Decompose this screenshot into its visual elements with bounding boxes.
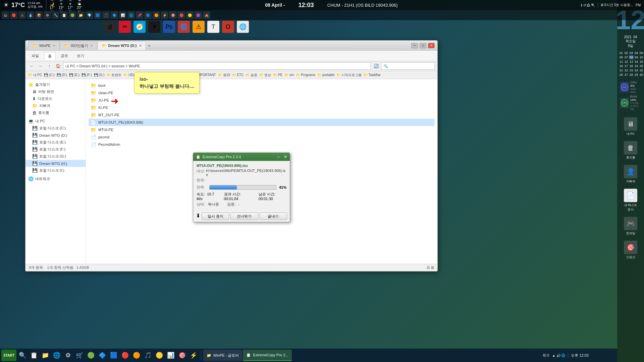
icon-bar-item-11[interactable]: 💎 [86,11,93,19]
bookmark-e[interactable]: 💾 (E:) [69,73,79,77]
up-button[interactable]: ↑ [46,62,53,70]
icon-bar-item-18[interactable]: 🔵 [144,11,152,19]
sidebar-drive-i[interactable]: 💾 로컬 디스크 (I:) [25,167,86,174]
file-ju-pe[interactable]: 📁 JU-PE [89,97,435,104]
search-bar[interactable]: 🔍 [381,62,435,70]
icon-bar-item-15[interactable]: 📊 [119,11,126,19]
taskbar-settings[interactable]: ⚙ [63,350,73,361]
sidebar-drive-d[interactable]: 💾 Dream WTG (D:) [25,132,86,139]
taskbar-icon-7[interactable]: 🟢 [86,350,96,361]
dialog-close[interactable]: ✕ [284,155,287,159]
taskbar-icon-14[interactable]: 📊 [165,350,176,361]
bookmark-startup[interactable]: 📁 시작프로그램 [336,73,362,77]
bookmark-win10[interactable]: 📁 원10 [218,73,230,77]
app-icon-7[interactable]: ⚠ [193,21,205,33]
taskbar-icon-11[interactable]: 🟠 [131,350,142,361]
taskbar-icon-16[interactable]: ⚡ [188,350,199,361]
sidebar-downloads[interactable]: ⬇ 다운로드 [25,95,86,102]
file-pecmd[interactable]: 📄 pecmd [89,133,435,141]
desktop-icon-recycle[interactable]: 🗑 휴지통 [624,141,637,160]
home-button[interactable]: 🏠 [54,62,62,70]
taskbar-app-winpe[interactable]: 📁 WinPE - 글로버 [203,350,242,361]
sidebar-drive-h[interactable]: 💾 Dream WTG (H:) [25,160,86,167]
icon-bar-item-9[interactable]: 🟢 [69,11,76,19]
back-button[interactable]: ← [28,62,36,70]
file-mtui-pe[interactable]: 📁 MTUI-PE [89,126,435,133]
icon-bar-item-14[interactable]: 🔷 [111,11,118,19]
app-icon-3[interactable]: 🧭 [133,21,146,33]
tab-dreamwtg[interactable]: 📁 Dream WTG (D:) ✕ [97,41,146,50]
ribbon-tab-home[interactable]: 홈 [44,52,55,60]
maximize-button[interactable]: □ [420,43,426,48]
sidebar-drive-c[interactable]: 💾 로컬 디스크 (C:) [25,125,86,132]
sidebar-drive-e[interactable]: 💾 로컬 디스크 (E:) [25,139,86,146]
dialog-arrow-icon[interactable]: ⬇ [196,213,200,220]
minimize-button[interactable]: ─ [411,43,418,48]
ribbon-tab-share[interactable]: 공유 [57,52,71,60]
taskbar-app-extremecopy[interactable]: 📋 ExtremeCopy Pro 2... [243,350,291,361]
desktop-icon-mypc[interactable]: 🖥 내 PC [624,117,637,136]
icon-bar-item-7[interactable]: 🔧 [52,11,59,19]
icon-bar-item-13[interactable]: 🎵 [102,11,110,19]
taskbar-edge[interactable]: 🌐 [51,350,62,361]
taskbar-icon-12[interactable]: 🎵 [143,350,153,361]
icon-bar-item-2[interactable]: 🔴 [10,11,17,19]
bookmark-taskbar[interactable]: 📁 TaskBar [364,73,381,77]
app-icon-8[interactable]: T [207,21,219,33]
app-icon-1[interactable]: 🖨 [104,21,116,33]
bookmark-pe[interactable]: 📁 PE [273,73,282,77]
start-button[interactable]: START [1,350,16,361]
icon-bar-item-12[interactable]: 🟦 [94,11,101,19]
icon-bar-item-22[interactable]: 🔴 [178,11,185,19]
taskbar-explorer[interactable]: 📁 [40,350,51,361]
ribbon-tab-view[interactable]: 보기 [73,52,88,60]
desktop-icon-sinmango[interactable]: 🎯 신망고 [624,241,637,259]
tab-winpe[interactable]: 📁 WinPE ✕ [28,41,60,50]
app-icon-5[interactable]: Ps [163,21,175,33]
bookmark-etc[interactable]: 📁 ETC [232,73,244,77]
file-pecmd-admin[interactable]: 📄 PecmdAdmin [89,141,435,148]
sidebar-drive-f[interactable]: 💾 로컬 디스크 (F:) [25,146,86,153]
forward-button[interactable]: → [37,62,44,70]
tab-dreamwtg-close[interactable]: ✕ [139,44,142,48]
bookmark-c[interactable]: 💾 (C:) [44,73,54,77]
icon-bar-item-20[interactable]: ⚡ [161,11,168,19]
file-ki-pe[interactable]: 📁 KI-PE [89,104,435,111]
close-button[interactable]: ✕ [428,43,435,48]
refresh-button[interactable]: 🔄 [372,62,380,70]
taskbar-store[interactable]: 🛒 [74,350,85,361]
icon-bar-item-24[interactable]: 🟣 [195,11,202,19]
bookmark-mypc[interactable]: 📁 내 PC [28,73,42,77]
sidebar-network[interactable]: 🌐 네트워크 [25,175,86,182]
sidebar-desktop[interactable]: 🖥 바탕 화면 [25,88,86,95]
taskbar-search[interactable]: 🔍 [17,350,28,361]
bookmark-portable[interactable]: 📁 portable [317,73,334,77]
bookmark-vm[interactable]: 📁 vm [284,73,294,77]
bookmark-programs[interactable]: 📁 Programs [296,73,315,77]
icon-bar-item-19[interactable]: 🟠 [153,11,160,19]
desktop-icon-hangame[interactable]: 🎮 한게임 [624,217,637,236]
icon-bar-item-8[interactable]: 📋 [60,11,68,19]
bookmark-f[interactable]: 💾 (F:) [82,73,92,77]
pause-button[interactable]: 일시 중지 [202,213,229,220]
tab-iso[interactable]: 📁 ISO만들기 ✕ [60,41,97,50]
taskbar-icon-8[interactable]: 🔷 [97,350,108,361]
desktop-icon-textdoc[interactable]: 📄 새 텍스트문서 [624,189,637,212]
desktop-icon-jippagwi[interactable]: 👤 지뻐귀 [624,165,637,184]
icon-bar-item-25[interactable]: 🎪 [203,11,210,19]
sidebar-drive-g[interactable]: 💾 로컬 디스크 (G:) [25,153,86,160]
app-icon-9[interactable]: O [222,21,234,33]
icon-bar-item-10[interactable]: 📁 [77,11,85,19]
done-button[interactable]: 끝내기 [260,213,287,220]
icon-bar-item-16[interactable]: 🌐 [127,11,135,19]
bookmark-g[interactable]: 💾 (G:) [94,73,105,77]
taskbar-icon-9[interactable]: 🟦 [108,350,119,361]
dialog-minimize[interactable]: ─ [277,155,280,159]
icon-bar-item-1[interactable]: 🗂 [2,11,9,19]
taskbar-icon-10[interactable]: 🔴 [120,350,130,361]
sidebar-favorites[interactable]: ⭐ 즐겨찾기 [25,81,86,88]
tab-add-button[interactable]: + [146,42,153,49]
icon-bar-item-3[interactable]: ⚠ [18,11,26,19]
icon-bar-item-4[interactable]: 💧 [27,11,34,19]
app-icon-2[interactable]: ✂ [119,21,131,33]
